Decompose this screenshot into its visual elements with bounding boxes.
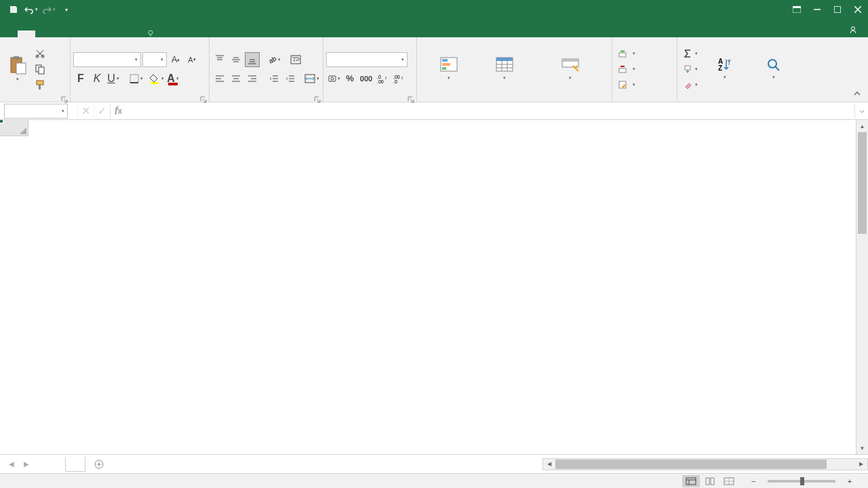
close-icon[interactable] [848,0,868,19]
delete-cells-button[interactable]: ▾ [615,62,638,77]
share-button[interactable] [841,22,868,37]
svg-rect-3 [834,6,841,13]
zoom-slider[interactable] [768,480,835,483]
tab-page-layout[interactable] [53,30,71,37]
tab-data[interactable] [88,30,106,37]
wrap-text-icon[interactable] [288,52,303,67]
formula-bar-input[interactable] [126,104,854,119]
font-dialog-icon[interactable] [200,94,207,100]
accounting-format-icon[interactable]: ▾ [326,71,341,86]
align-center-icon[interactable] [229,71,243,86]
paste-button[interactable]: ▾ [3,45,33,93]
name-box[interactable]: ▾ [4,104,68,119]
collapse-ribbon-icon[interactable] [853,88,864,99]
tell-me-search[interactable] [141,29,163,37]
percent-format-icon[interactable]: % [342,71,357,86]
font-name-select[interactable]: ▾ [73,52,141,67]
svg-rect-16 [37,81,43,85]
vertical-scrollbar[interactable]: ▲ ▼ [856,120,868,454]
svg-rect-49 [329,76,336,81]
scroll-right-icon[interactable]: ▶ [855,459,867,470]
tab-file[interactable] [0,30,18,37]
clear-button[interactable]: ▾ [680,77,701,92]
sheet-tab[interactable] [65,457,85,472]
zoom-in-icon[interactable]: + [842,474,857,489]
clipboard-dialog-icon[interactable] [61,94,68,100]
cell-styles-button[interactable]: ▾ [532,45,608,93]
decrease-indent-icon[interactable] [267,71,281,86]
expand-formula-bar-icon[interactable] [854,104,868,119]
autosum-button[interactable]: ▾ [680,46,701,61]
cancel-formula-icon[interactable]: ✕ [77,104,94,119]
align-left-icon[interactable] [212,71,227,86]
tab-formulas[interactable] [71,30,88,37]
fill-color-icon[interactable]: ▾ [149,71,164,86]
align-bottom-icon[interactable] [245,52,260,67]
decrease-decimal-icon[interactable]: ,00,0 [391,71,406,86]
vertical-scroll-thumb[interactable] [858,132,867,234]
orientation-icon[interactable]: ab▾ [267,52,281,67]
format-cells-button[interactable]: ▾ [615,77,638,92]
sort-filter-button[interactable]: AZ ▾ [701,45,749,93]
decrease-font-icon[interactable]: A▾ [184,52,199,67]
horizontal-scroll-thumb[interactable] [555,460,827,469]
qat-customize-icon[interactable]: ▾ [58,1,75,18]
align-right-icon[interactable] [245,71,260,86]
align-dialog-icon[interactable] [314,94,321,100]
font-size-select[interactable]: ▾ [142,52,167,67]
svg-text:,0: ,0 [393,79,397,83]
page-break-view-icon[interactable] [720,475,738,487]
new-sheet-icon[interactable] [91,456,107,472]
underline-icon[interactable]: U▾ [106,71,121,86]
enter-formula-icon[interactable]: ✓ [94,104,110,119]
merge-center-icon[interactable]: ▾ [304,71,319,86]
comma-format-icon[interactable]: 000 [359,71,374,86]
sheet-nav-prev-icon[interactable]: ◀ [5,458,18,470]
insert-cells-button[interactable]: ▾ [615,46,638,61]
insert-function-icon[interactable]: fx [110,104,126,119]
format-as-table-button[interactable]: ▾ [479,45,530,93]
borders-icon[interactable]: ▾ [129,71,144,86]
page-layout-view-icon[interactable] [701,475,719,487]
fill-button[interactable]: ▾ [680,62,701,77]
ribbon-display-icon[interactable] [787,0,807,19]
increase-indent-icon[interactable] [283,71,298,86]
save-icon[interactable] [5,1,22,18]
italic-icon[interactable]: K [90,71,104,86]
tab-home[interactable] [18,30,35,37]
sheet-nav-next-icon[interactable]: ▶ [20,458,33,470]
increase-decimal-icon[interactable]: ,0,00 [375,71,390,86]
scroll-up-icon[interactable]: ▲ [856,120,868,132]
tab-review[interactable] [106,30,123,37]
cut-icon[interactable] [33,46,47,61]
increase-font-icon[interactable]: A▴ [168,52,183,67]
zoom-slider-thumb[interactable] [800,477,804,485]
bold-icon[interactable]: F [73,71,88,86]
align-top-icon[interactable] [212,52,227,67]
format-painter-icon[interactable] [33,77,47,92]
scroll-down-icon[interactable]: ▼ [856,442,868,454]
svg-rect-83 [706,478,709,485]
signin-button[interactable] [825,26,841,33]
font-color-icon[interactable]: A▾ [165,71,180,86]
align-middle-icon[interactable] [229,52,243,67]
number-format-select[interactable]: ▾ [326,52,408,67]
minimize-icon[interactable] [807,0,827,19]
svg-rect-84 [711,478,714,485]
normal-view-icon[interactable] [682,475,700,487]
copy-icon[interactable] [33,62,47,77]
tab-view[interactable] [123,30,141,37]
scroll-left-icon[interactable]: ◀ [543,459,555,470]
conditional-formatting-button[interactable]: ▾ [421,45,477,93]
number-dialog-icon[interactable] [408,94,414,100]
undo-icon[interactable]: ▾ [23,1,39,18]
svg-text:,0: ,0 [377,75,381,79]
zoom-out-icon[interactable]: − [746,474,761,489]
tab-insert[interactable] [35,30,53,37]
select-all-corner[interactable] [0,120,28,136]
person-icon [849,26,857,34]
redo-icon[interactable]: ▾ [41,1,57,18]
horizontal-scrollbar[interactable]: ◀ ▶ [542,458,868,470]
find-select-button[interactable]: ▾ [749,45,798,93]
maximize-icon[interactable] [827,0,848,19]
